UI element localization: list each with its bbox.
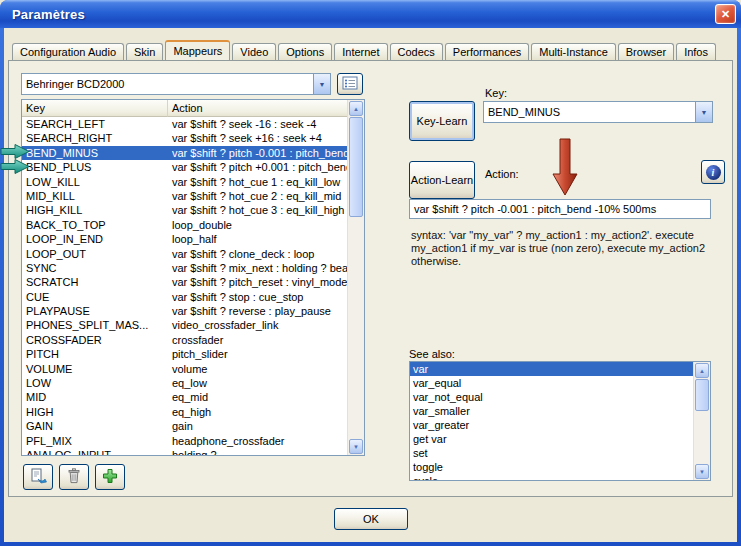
cell-action: var $shift ? seek +16 : seek +4 <box>168 131 347 145</box>
cell-key: SCRATCH <box>22 275 168 289</box>
delete-mapper-button[interactable] <box>59 464 89 490</box>
action-label: Action: <box>485 168 519 180</box>
table-row[interactable]: HIGH_KILLvar $shift ? hot_cue 3 : eq_kil… <box>22 203 347 217</box>
copy-mapper-button[interactable] <box>23 464 53 490</box>
list-item[interactable]: var_smaller <box>410 404 693 418</box>
table-row[interactable]: CUEvar $shift ? stop : cue_stop <box>22 290 347 304</box>
column-header-action[interactable]: Action <box>168 100 347 117</box>
table-row[interactable]: BACK_TO_TOPloop_double <box>22 218 347 232</box>
table-row[interactable]: SEARCH_LEFTvar $shift ? seek -16 : seek … <box>22 117 347 131</box>
info-button[interactable]: i <box>701 160 725 184</box>
table-row[interactable]: SYNCvar $shift ? mix_next : holding ? be… <box>22 261 347 275</box>
cell-key: ANALOG_INPUT <box>22 448 168 455</box>
table-row[interactable]: VOLUMEvolume <box>22 362 347 376</box>
list-item[interactable]: var_equal <box>410 376 693 390</box>
cell-key: MID_KILL <box>22 189 168 203</box>
list-item[interactable]: set <box>410 446 693 460</box>
mapping-table-main: Key Action SEARCH_LEFTvar $shift ? seek … <box>22 100 347 455</box>
cell-key: LOOP_OUT <box>22 247 168 261</box>
table-row[interactable]: GAINgain <box>22 419 347 433</box>
tab-multi-instance[interactable]: Multi-Instance <box>531 43 615 61</box>
table-scrollbar-thumb[interactable] <box>349 117 363 217</box>
scroll-down-icon[interactable]: ▼ <box>349 439 363 454</box>
table-row[interactable]: HIGHeq_high <box>22 405 347 419</box>
table-row[interactable]: BEND_PLUSvar $shift ? pitch +0.001 : pit… <box>22 160 347 174</box>
table-row[interactable]: LOOP_IN_ENDloop_half <box>22 232 347 246</box>
tab-internet[interactable]: Internet <box>334 43 387 61</box>
cell-key: GAIN <box>22 419 168 433</box>
tab-options[interactable]: Options <box>278 43 332 61</box>
tab-performances[interactable]: Performances <box>445 43 529 61</box>
action-learn-button[interactable]: Action-Learn <box>409 161 475 199</box>
table-row[interactable]: ANALOG_INPUTholding ? ... <box>22 448 347 455</box>
annotation-green-arrow-bend-plus <box>0 158 30 175</box>
key-learn-button[interactable]: Key-Learn <box>409 101 475 141</box>
key-select[interactable]: BEND_MINUS ▼ <box>483 101 713 123</box>
table-row[interactable]: MID_KILLvar $shift ? hot_cue 2 : eq_kill… <box>22 189 347 203</box>
table-row[interactable]: SEARCH_RIGHTvar $shift ? seek +16 : seek… <box>22 131 347 145</box>
list-item[interactable]: get var <box>410 432 693 446</box>
table-row[interactable]: LOWeq_low <box>22 376 347 390</box>
close-icon: ✕ <box>721 8 730 21</box>
table-row[interactable]: SCRATCHvar $shift ? pitch_reset : vinyl_… <box>22 275 347 289</box>
add-mapper-button[interactable] <box>95 464 125 490</box>
cell-action: video_crossfader_link <box>168 318 347 332</box>
scroll-up-icon[interactable]: ▲ <box>695 363 709 378</box>
table-scrollbar[interactable]: ▲ ▼ <box>347 100 364 455</box>
cell-action: var $shift ? hot_cue 1 : eq_kill_low <box>168 175 347 189</box>
table-header: Key Action <box>22 100 347 117</box>
table-row[interactable]: PLAYPAUSEvar $shift ? reverse : play_pau… <box>22 304 347 318</box>
list-item[interactable]: var <box>410 362 693 376</box>
copy-mapper-icon <box>30 468 47 486</box>
cell-key: HIGH_KILL <box>22 203 168 217</box>
list-item[interactable]: toggle <box>410 460 693 474</box>
cell-action: var $shift ? pitch -0.001 : pitch_bend -… <box>168 146 347 160</box>
annotation-red-arrow-action <box>552 138 578 196</box>
plus-icon <box>102 468 118 486</box>
ok-button[interactable]: OK <box>334 508 408 530</box>
column-header-key[interactable]: Key <box>22 100 168 117</box>
titlebar[interactable]: Paramètres ✕ <box>0 0 741 28</box>
cell-action: gain <box>168 419 347 433</box>
close-button[interactable]: ✕ <box>715 4 736 24</box>
cell-key: CROSSFADER <box>22 333 168 347</box>
list-item[interactable]: cycle <box>410 474 693 480</box>
cell-key: BEND_PLUS <box>22 160 168 174</box>
tab-infos[interactable]: Infos <box>676 43 716 61</box>
table-row[interactable]: LOW_KILLvar $shift ? hot_cue 1 : eq_kill… <box>22 175 347 189</box>
cell-key: PHONES_SPLIT_MAS... <box>22 318 168 332</box>
tab-browser[interactable]: Browser <box>618 43 674 61</box>
action-input[interactable] <box>409 199 711 219</box>
table-row[interactable]: PITCHpitch_slider <box>22 347 347 361</box>
see-also-scrollbar[interactable]: ▲ ▼ <box>693 362 710 480</box>
mapper-options-button[interactable] <box>337 73 363 95</box>
cell-action: eq_mid <box>168 390 347 404</box>
cell-action: var $shift ? reverse : play_pause <box>168 304 347 318</box>
table-row[interactable]: LOOP_OUTvar $shift ? clone_deck : loop <box>22 247 347 261</box>
table-row[interactable]: MIDeq_mid <box>22 390 347 404</box>
table-row[interactable]: PHONES_SPLIT_MAS...video_crossfader_link <box>22 318 347 332</box>
scroll-down-icon[interactable]: ▼ <box>695 464 709 479</box>
tab-skin[interactable]: Skin <box>126 43 163 61</box>
cell-key: PFL_MIX <box>22 434 168 448</box>
syntax-help: syntax: 'var "my_var" ? my_action1 : my_… <box>411 229 709 268</box>
device-select[interactable]: Behringer BCD2000 ▼ <box>21 73 331 95</box>
tab-mappeurs[interactable]: Mappeurs <box>165 40 230 61</box>
table-row[interactable]: PFL_MIXheadphone_crossfader <box>22 434 347 448</box>
list-item[interactable]: var_greater <box>410 418 693 432</box>
see-also-scrollbar-thumb[interactable] <box>695 379 709 411</box>
cell-action: var $shift ? hot_cue 3 : eq_kill_high <box>168 203 347 217</box>
table-row[interactable]: BEND_MINUSvar $shift ? pitch -0.001 : pi… <box>22 146 347 160</box>
chevron-down-icon[interactable]: ▼ <box>695 102 712 122</box>
tab-codecs[interactable]: Codecs <box>390 43 443 61</box>
tab-video[interactable]: Video <box>232 43 276 61</box>
cell-key: PLAYPAUSE <box>22 304 168 318</box>
scroll-up-icon[interactable]: ▲ <box>349 101 363 116</box>
cell-action: loop_half <box>168 232 347 246</box>
tab-configuration-audio[interactable]: Configuration Audio <box>12 43 124 61</box>
chevron-down-icon[interactable]: ▼ <box>313 74 330 94</box>
cell-key: MID <box>22 390 168 404</box>
list-item[interactable]: var_not_equal <box>410 390 693 404</box>
table-row[interactable]: CROSSFADERcrossfader <box>22 333 347 347</box>
trash-icon <box>67 468 81 486</box>
